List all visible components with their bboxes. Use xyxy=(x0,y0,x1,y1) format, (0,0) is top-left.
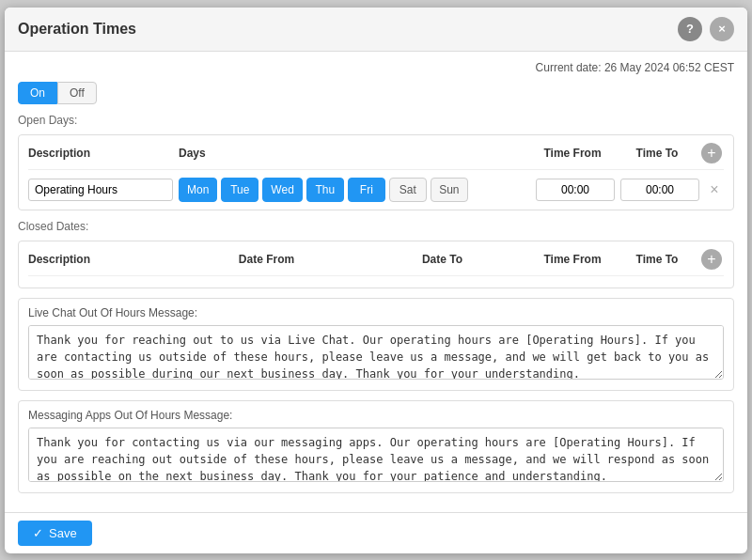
cd-col-date-from: Date From xyxy=(179,253,354,266)
messaging-apps-message-section: Messaging Apps Out Of Hours Message: xyxy=(18,400,734,493)
live-chat-message-section: Live Chat Out Of Hours Message: xyxy=(18,298,734,391)
open-days-section: Description Days Time From Time To + Mon… xyxy=(18,134,734,210)
remove-open-day-button[interactable]: × xyxy=(705,180,724,199)
col-header-time-from: Time From xyxy=(530,147,615,160)
days-group: Mon Tue Wed Thu Fri Sat Sun xyxy=(179,178,530,202)
cd-col-time-from: Time From xyxy=(530,253,615,266)
open-days-header: Description Days Time From Time To + xyxy=(28,143,724,170)
day-wed-button[interactable]: Wed xyxy=(262,178,302,202)
header-icons: ? × xyxy=(678,17,734,41)
live-chat-message-label: Live Chat Out Of Hours Message: xyxy=(28,306,724,319)
modal-body: Current date: 26 May 2024 06:52 CEST On … xyxy=(5,52,747,512)
day-sun-button[interactable]: Sun xyxy=(431,178,468,202)
open-days-label: Open Days: xyxy=(18,114,734,127)
open-day-row: Mon Tue Wed Thu Fri Sat Sun × xyxy=(28,178,724,202)
modal-footer: ✓ Save xyxy=(5,512,747,553)
save-button[interactable]: ✓ Save xyxy=(18,521,92,546)
modal-title: Operation Times xyxy=(18,21,136,38)
col-header-description: Description xyxy=(28,147,179,160)
day-fri-button[interactable]: Fri xyxy=(348,178,385,202)
cd-col-date-to: Date To xyxy=(354,253,530,266)
col-add: + xyxy=(699,143,724,163)
cd-col-description: Description xyxy=(28,253,179,266)
col-header-time-to: Time To xyxy=(615,147,699,160)
save-checkmark-icon: ✓ xyxy=(33,526,43,540)
modal-header: Operation Times ? × xyxy=(5,8,747,52)
open-day-description-input[interactable] xyxy=(28,179,173,201)
closed-dates-label: Closed Dates: xyxy=(18,220,734,233)
add-open-day-button[interactable]: + xyxy=(701,143,722,163)
closed-dates-section: Description Date From Date To Time From … xyxy=(18,241,734,288)
close-button[interactable]: × xyxy=(710,17,734,41)
day-mon-button[interactable]: Mon xyxy=(179,178,217,202)
col-header-days: Days xyxy=(179,147,530,160)
day-tue-button[interactable]: Tue xyxy=(221,178,258,202)
toggle-off-button[interactable]: Off xyxy=(57,82,97,104)
closed-dates-header: Description Date From Date To Time From … xyxy=(28,249,724,276)
top-bar: Current date: 26 May 2024 06:52 CEST xyxy=(18,61,734,74)
cd-col-add: + xyxy=(699,249,724,270)
save-label: Save xyxy=(49,526,77,540)
live-chat-message-textarea[interactable] xyxy=(28,325,724,380)
toggle-on-button[interactable]: On xyxy=(18,82,57,104)
day-sat-button[interactable]: Sat xyxy=(389,178,427,202)
cd-col-time-to: Time To xyxy=(615,253,699,266)
add-closed-date-button[interactable]: + xyxy=(701,249,722,270)
help-button[interactable]: ? xyxy=(678,17,702,41)
time-from-input[interactable] xyxy=(536,179,615,201)
messaging-apps-message-textarea[interactable] xyxy=(28,428,724,482)
modal-container: Operation Times ? × Current date: 26 May… xyxy=(5,8,747,553)
toggle-row: On Off xyxy=(18,82,734,104)
messaging-apps-message-label: Messaging Apps Out Of Hours Message: xyxy=(28,409,724,422)
day-thu-button[interactable]: Thu xyxy=(306,178,344,202)
time-to-input[interactable] xyxy=(620,179,699,201)
current-date-label: Current date: 26 May 2024 06:52 CEST xyxy=(536,61,734,74)
